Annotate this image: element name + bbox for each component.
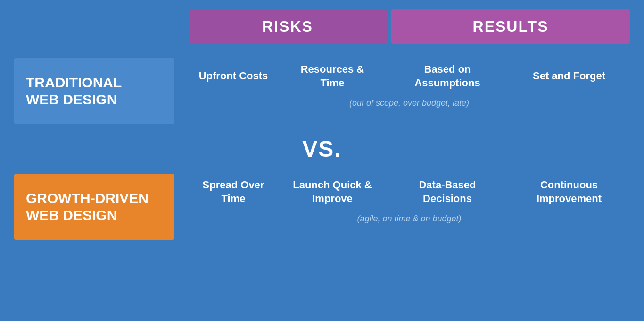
traditional-note: (out of scope, over budget, late) (184, 98, 630, 108)
growth-risk1: Spread Over Time (184, 174, 283, 210)
traditional-risk2: Resources & Time (283, 58, 382, 94)
traditional-items-row: Upfront Costs Resources & Time Based on … (184, 58, 630, 94)
traditional-details: Upfront Costs Resources & Time Based on … (184, 58, 630, 108)
traditional-risks: Upfront Costs Resources & Time (184, 58, 382, 94)
growth-result1: Data-Based Decisions (387, 174, 508, 210)
traditional-label: TRADITIONAL WEB DESIGN (26, 74, 122, 108)
risks-banner: RISKS (189, 9, 387, 44)
growth-note: (agile, on time & on budget) (184, 214, 630, 224)
results-label: RESULTS (473, 18, 549, 35)
vs-row: VS. (14, 129, 630, 169)
traditional-results: Based on Assumptions Set and Forget (387, 58, 630, 94)
header-row: RISKS RESULTS (189, 9, 630, 44)
growth-result2: Continuous Improvement (508, 174, 630, 210)
growth-row: GROWTH-DRIVEN WEB DESIGN Spread Over Tim… (14, 169, 630, 249)
results-banner: RESULTS (391, 9, 630, 44)
growth-label-box: GROWTH-DRIVEN WEB DESIGN (14, 174, 174, 240)
growth-items-row: Spread Over Time Launch Quick & Improve … (184, 174, 630, 210)
traditional-label-box: TRADITIONAL WEB DESIGN (14, 58, 174, 124)
growth-label: GROWTH-DRIVEN WEB DESIGN (26, 190, 149, 224)
main-container: RISKS RESULTS TRADITIONAL WEB DESIGN Upf… (0, 0, 644, 321)
traditional-row: TRADITIONAL WEB DESIGN Upfront Costs Res… (14, 49, 630, 129)
vs-text: VS. (302, 136, 341, 162)
risks-label: RISKS (262, 18, 313, 35)
growth-results: Data-Based Decisions Continuous Improvem… (387, 174, 630, 210)
growth-risk2: Launch Quick & Improve (283, 174, 382, 210)
traditional-result2: Set and Forget (508, 58, 630, 94)
growth-details: Spread Over Time Launch Quick & Improve … (184, 174, 630, 224)
traditional-result1: Based on Assumptions (387, 58, 508, 94)
growth-risks: Spread Over Time Launch Quick & Improve (184, 174, 382, 210)
traditional-risk1: Upfront Costs (184, 58, 283, 94)
